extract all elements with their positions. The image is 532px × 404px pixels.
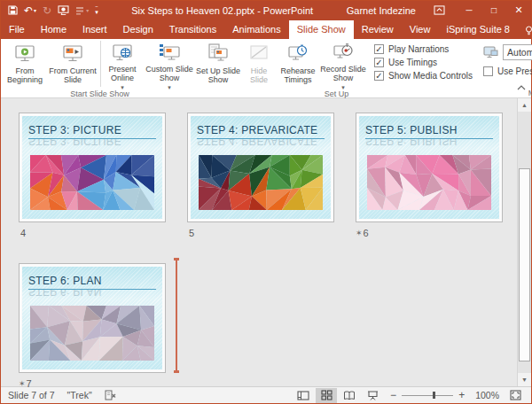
- reading-view-button[interactable]: [339, 388, 360, 403]
- undo-button[interactable]: ↶▾: [24, 5, 36, 16]
- ribbon: From Beginning From Current Slide Presen…: [1, 39, 531, 98]
- set-up-slide-show-button[interactable]: Set Up Slide Show: [195, 39, 241, 89]
- reading-view-icon: [343, 391, 356, 400]
- fit-slide-to-window-button[interactable]: [505, 388, 526, 403]
- tab-view[interactable]: View: [402, 20, 439, 39]
- tab-home[interactable]: Home: [33, 20, 74, 39]
- play-narrations-checkbox[interactable]: ✓ Play Narrations: [374, 44, 473, 54]
- tab-insert[interactable]: Insert: [74, 20, 115, 39]
- redo-button: ↻: [43, 5, 51, 16]
- tab-ispring-suite[interactable]: iSpring Suite 8: [438, 20, 518, 39]
- status-bar: Slide 7 of 7 "Trek" − + 100%: [1, 386, 531, 403]
- fit-to-window-icon: [510, 390, 521, 400]
- slide-5-number: ✶ 5: [189, 228, 194, 238]
- zoom-percentage[interactable]: 100%: [475, 390, 499, 400]
- ribbon-display-options-icon: [434, 5, 445, 15]
- undo-dropdown-icon[interactable]: ▾: [34, 8, 36, 13]
- tell-me-box[interactable]: Tell me: [518, 22, 532, 39]
- tab-file[interactable]: File: [1, 20, 33, 39]
- ribbon-display-options-button[interactable]: [426, 1, 451, 19]
- set-up-group: Set Up Slide Show Hide Slide Rehearse Ti…: [195, 39, 478, 97]
- show-media-controls-checkbox[interactable]: ✓ Show Media Controls: [374, 71, 473, 81]
- present-online-button[interactable]: Present Online ▾: [101, 39, 144, 89]
- scroll-up-button[interactable]: ▲: [518, 98, 531, 112]
- quick-access-toolbar: ↶▾ ↻ ▾ ‾▾: [1, 5, 98, 16]
- tab-review[interactable]: Review: [354, 20, 402, 39]
- from-current-slide-icon: [62, 42, 83, 65]
- slide-7-title: STEP 6: PLAN: [28, 275, 156, 290]
- chevron-up-icon: [517, 85, 526, 90]
- rehearse-timings-icon: [287, 42, 309, 65]
- collapse-ribbon-button[interactable]: [517, 78, 526, 94]
- minimize-button[interactable]: ─: [457, 1, 481, 19]
- present-online-icon: [112, 42, 133, 63]
- tab-design[interactable]: Design: [115, 20, 161, 39]
- zoom-out-button[interactable]: −: [390, 390, 396, 400]
- custom-slide-show-button[interactable]: Custom Slide Show ▾: [144, 39, 195, 89]
- zoom-in-button[interactable]: +: [458, 390, 465, 400]
- rehearse-timings-button[interactable]: Rehearse Timings: [277, 39, 319, 89]
- vertical-scrollbar[interactable]: ▲ ▼: [517, 98, 531, 386]
- window-title: Six Steps to Heaven 02.pptx - PowerPoint: [98, 5, 347, 16]
- save-icon: [8, 5, 18, 15]
- start-slide-show-group: From Beginning From Current Slide Presen…: [1, 39, 195, 97]
- zoom-slider[interactable]: [402, 391, 453, 400]
- from-current-slide-button[interactable]: From Current Slide: [45, 39, 100, 89]
- slide-sorter-view-button[interactable]: [316, 388, 337, 403]
- slide-5-image: [199, 155, 323, 210]
- signed-in-user[interactable]: Garnet Indezine: [347, 5, 416, 16]
- slide-thumbnail-4[interactable]: STEP 3: PICTURE STEP 3: PICTURE: [19, 113, 166, 222]
- start-from-beginning-icon: [58, 5, 69, 15]
- slide-5-title: STEP 4: PREVARICATE: [197, 124, 325, 139]
- scroll-down-button[interactable]: ▼: [518, 373, 531, 386]
- from-beginning-button[interactable]: From Beginning: [4, 39, 45, 89]
- zoom-control: − +: [390, 390, 465, 400]
- titlebar-right: Garnet Indezine ─ □ ✕: [347, 1, 531, 19]
- slide-4-title: STEP 3: PICTURE: [28, 124, 156, 139]
- touch-mode-button[interactable]: ▾: [75, 6, 89, 15]
- use-presenter-view-checkbox[interactable]: ✓ Use Presenter View: [483, 66, 532, 76]
- slide-thumbnail-6[interactable]: STEP 5: PUBLISH STEP 5: PUBLISH: [356, 113, 503, 222]
- slide-4-number: ✶ 4: [20, 228, 26, 238]
- record-slide-show-icon: [332, 42, 354, 63]
- start-slide-show-group-label: Start Slide Show: [4, 89, 195, 98]
- slide-counter: Slide 7 of 7: [8, 390, 55, 400]
- slide-6-image: [367, 155, 491, 210]
- title-bar: ↶▾ ↻ ▾ ‾▾ Six Steps to Heaven 02.pptx - …: [1, 1, 531, 19]
- theme-name[interactable]: "Trek": [67, 390, 92, 400]
- custom-slide-show-icon: [159, 42, 180, 63]
- transition-star-icon: ✶: [356, 229, 363, 237]
- set-up-group-label: Set Up: [195, 89, 478, 98]
- hide-slide-button: Hide Slide: [241, 39, 277, 89]
- ribbon-tab-strip: File Home Insert Design Transitions Anim…: [1, 19, 531, 39]
- monitor-select[interactable]: Automatic ▾: [503, 44, 532, 60]
- start-from-beginning-button[interactable]: [58, 5, 69, 15]
- slide-6-title: STEP 5: PUBLISH: [365, 124, 493, 139]
- lightbulb-icon: [525, 26, 532, 36]
- from-beginning-icon: [14, 42, 35, 65]
- tab-animations[interactable]: Animations: [224, 20, 288, 39]
- spell-check-icon[interactable]: [105, 390, 116, 400]
- slide-show-view-button[interactable]: [362, 388, 383, 403]
- normal-view-button[interactable]: [293, 388, 314, 403]
- normal-view-icon: [297, 391, 309, 400]
- maximize-button[interactable]: □: [481, 1, 506, 19]
- monitor-icon: [483, 46, 498, 59]
- slide-sorter-canvas[interactable]: STEP 3: PICTURE STEP 3: PICTURE ✶ 4 STEP…: [1, 98, 531, 386]
- slide-6-number: ✶ 6: [356, 228, 369, 238]
- setup-checkbox-column: ✓ Play Narrations ✓ Use Timings ✓ Show M…: [367, 39, 478, 89]
- set-up-slide-show-icon: [207, 42, 229, 65]
- slide-sorter-icon: [321, 390, 332, 400]
- close-button[interactable]: ✕: [506, 1, 531, 19]
- tab-slide-show[interactable]: Slide Show: [289, 20, 354, 39]
- slide-thumbnail-7[interactable]: STEP 6: PLAN STEP 6: PLAN: [19, 263, 166, 373]
- zoom-slider-thumb[interactable]: [433, 392, 435, 399]
- transition-star-icon: ✶: [19, 379, 26, 388]
- tab-transitions[interactable]: Transitions: [161, 20, 224, 39]
- record-slide-show-button[interactable]: Record Slide Show ▾: [319, 39, 367, 89]
- save-button[interactable]: [8, 5, 18, 15]
- use-timings-checkbox[interactable]: ✓ Use Timings: [374, 58, 473, 67]
- scrollbar-thumb[interactable]: [519, 168, 530, 361]
- slide-thumbnail-5[interactable]: STEP 4: PREVARICATE STEP 4: PREVARICATE: [187, 113, 334, 222]
- slide-7-number: ✶ 7: [19, 378, 32, 389]
